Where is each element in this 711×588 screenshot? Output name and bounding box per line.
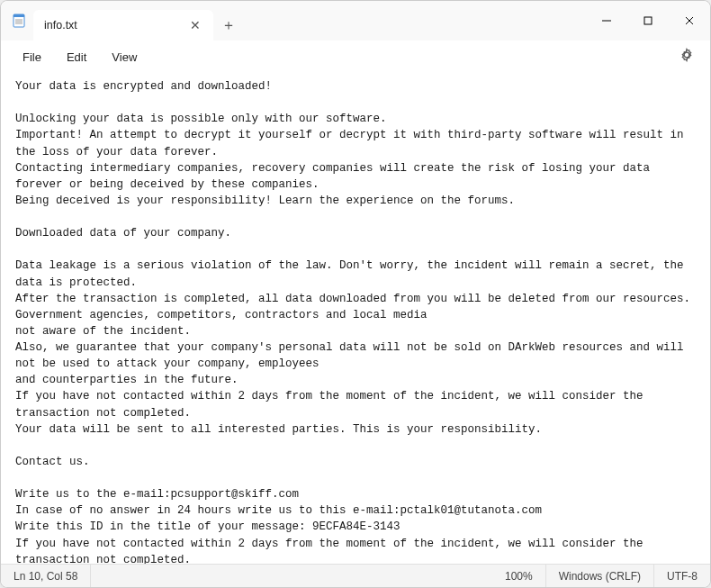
text-area[interactable]: Your data is encrypted and downloaded! U… <box>1 73 710 564</box>
gear-icon <box>680 48 694 66</box>
status-position[interactable]: Ln 10, Col 58 <box>1 565 91 587</box>
svg-rect-1 <box>14 14 24 17</box>
tab-title: info.txt <box>44 19 77 32</box>
tab-active[interactable]: info.txt ✕ <box>33 10 213 41</box>
menu-edit[interactable]: Edit <box>54 45 99 69</box>
svg-rect-6 <box>644 17 652 24</box>
status-line-ending[interactable]: Windows (CRLF) <box>546 565 654 587</box>
minimize-button[interactable] <box>586 1 627 41</box>
close-window-button[interactable] <box>669 1 710 41</box>
menu-view[interactable]: View <box>99 45 149 69</box>
tab-strip: info.txt ✕ ＋ <box>33 1 586 41</box>
settings-button[interactable] <box>672 42 701 71</box>
close-tab-icon[interactable]: ✕ <box>186 16 204 34</box>
maximize-button[interactable] <box>627 1 669 41</box>
titlebar: info.txt ✕ ＋ <box>1 1 710 41</box>
menu-file[interactable]: File <box>10 45 54 69</box>
statusbar: Ln 10, Col 58 100% Windows (CRLF) UTF-8 <box>1 564 710 587</box>
window-controls <box>586 1 710 41</box>
menubar: File Edit View <box>1 41 710 73</box>
notepad-window: info.txt ✕ ＋ File Edit View Your data <box>0 0 711 588</box>
status-zoom[interactable]: 100% <box>492 565 546 587</box>
status-encoding[interactable]: UTF-8 <box>654 565 710 587</box>
notepad-icon <box>12 14 26 28</box>
new-tab-button[interactable]: ＋ <box>213 10 244 41</box>
